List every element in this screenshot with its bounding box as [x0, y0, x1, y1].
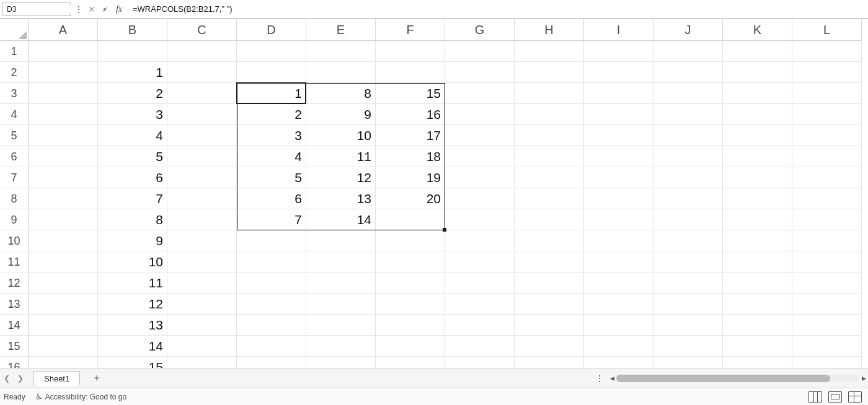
- cell-C8[interactable]: [167, 188, 237, 209]
- cell-E3[interactable]: 8: [306, 83, 376, 104]
- cell-D4[interactable]: 2: [237, 104, 306, 125]
- cell-A9[interactable]: [29, 209, 98, 230]
- row-header-14[interactable]: 14: [0, 315, 29, 336]
- cell-L8[interactable]: [792, 188, 862, 209]
- cell-I5[interactable]: [584, 125, 653, 146]
- cell-G10[interactable]: [445, 230, 515, 251]
- cell-G1[interactable]: [445, 41, 515, 62]
- cell-J14[interactable]: [653, 315, 723, 336]
- more-icon[interactable]: ⋮: [595, 373, 604, 383]
- cell-H3[interactable]: [515, 83, 584, 104]
- cell-D3[interactable]: 1: [237, 83, 306, 104]
- cell-J9[interactable]: [653, 209, 723, 230]
- cell-C12[interactable]: [167, 272, 237, 294]
- sheet-tab-sheet1[interactable]: Sheet1: [33, 371, 80, 386]
- cell-B11[interactable]: 10: [98, 251, 167, 272]
- cell-L6[interactable]: [792, 146, 862, 167]
- column-header-K[interactable]: K: [723, 19, 792, 41]
- more-icon[interactable]: ⋮: [74, 4, 83, 14]
- cell-L13[interactable]: [792, 294, 862, 315]
- cell-J10[interactable]: [653, 230, 723, 251]
- cell-I13[interactable]: [584, 294, 653, 315]
- cell-L1[interactable]: [792, 41, 862, 62]
- cell-F5[interactable]: 17: [376, 125, 445, 146]
- cell-A8[interactable]: [29, 188, 98, 209]
- column-header-L[interactable]: L: [792, 19, 862, 41]
- cell-H13[interactable]: [515, 294, 584, 315]
- normal-view-icon[interactable]: [808, 391, 822, 403]
- column-header-B[interactable]: B: [98, 19, 167, 41]
- cell-G9[interactable]: [445, 209, 515, 230]
- cell-A10[interactable]: [29, 230, 98, 251]
- cell-K11[interactable]: [723, 251, 792, 272]
- confirm-icon[interactable]: ✓: [100, 4, 110, 14]
- cell-D15[interactable]: [237, 336, 306, 357]
- cell-K5[interactable]: [723, 125, 792, 146]
- column-header-C[interactable]: C: [167, 19, 237, 41]
- cell-I2[interactable]: [584, 62, 653, 83]
- cell-G5[interactable]: [445, 125, 515, 146]
- cell-B4[interactable]: 3: [98, 104, 167, 125]
- cell-L5[interactable]: [792, 125, 862, 146]
- cell-F1[interactable]: [376, 41, 445, 62]
- cell-K2[interactable]: [723, 62, 792, 83]
- row-header-5[interactable]: 5: [0, 125, 29, 146]
- cell-E5[interactable]: 10: [306, 125, 376, 146]
- cell-H1[interactable]: [515, 41, 584, 62]
- cell-A1[interactable]: [29, 41, 98, 62]
- cell-L15[interactable]: [792, 336, 862, 357]
- cell-H9[interactable]: [515, 209, 584, 230]
- cell-G7[interactable]: [445, 167, 515, 188]
- cell-K10[interactable]: [723, 230, 792, 251]
- cell-A2[interactable]: [29, 62, 98, 83]
- cell-E12[interactable]: [306, 272, 376, 294]
- scroll-track[interactable]: [616, 375, 859, 382]
- cell-G11[interactable]: [445, 251, 515, 272]
- cell-A4[interactable]: [29, 104, 98, 125]
- cell-J11[interactable]: [653, 251, 723, 272]
- cell-J2[interactable]: [653, 62, 723, 83]
- cell-I6[interactable]: [584, 146, 653, 167]
- cell-I10[interactable]: [584, 230, 653, 251]
- cell-J5[interactable]: [653, 125, 723, 146]
- cell-F14[interactable]: [376, 315, 445, 336]
- cell-E8[interactable]: 13: [306, 188, 376, 209]
- cell-D11[interactable]: [237, 251, 306, 272]
- scroll-right-icon[interactable]: ▶: [859, 374, 868, 383]
- cell-E14[interactable]: [306, 315, 376, 336]
- cell-I3[interactable]: [584, 83, 653, 104]
- cell-J8[interactable]: [653, 188, 723, 209]
- cell-C2[interactable]: [167, 62, 237, 83]
- cell-E2[interactable]: [306, 62, 376, 83]
- page-layout-view-icon[interactable]: [828, 391, 842, 403]
- cell-D14[interactable]: [237, 315, 306, 336]
- cell-B13[interactable]: 12: [98, 294, 167, 315]
- fx-icon[interactable]: fx: [114, 4, 126, 14]
- cell-A15[interactable]: [29, 336, 98, 357]
- cell-C3[interactable]: [167, 83, 237, 104]
- select-all-corner[interactable]: [0, 19, 29, 41]
- cell-F15[interactable]: [376, 336, 445, 357]
- column-header-H[interactable]: H: [515, 19, 584, 41]
- cell-J15[interactable]: [653, 336, 723, 357]
- cell-L2[interactable]: [792, 62, 862, 83]
- cell-K15[interactable]: [723, 336, 792, 357]
- cell-D1[interactable]: [237, 41, 306, 62]
- cell-D5[interactable]: 3: [237, 125, 306, 146]
- cell-B10[interactable]: 9: [98, 230, 167, 251]
- column-header-A[interactable]: A: [29, 19, 98, 41]
- cell-D8[interactable]: 6: [237, 188, 306, 209]
- sheet-tabs-next-icon[interactable]: ❯: [14, 374, 27, 383]
- cell-A5[interactable]: [29, 125, 98, 146]
- cell-I11[interactable]: [584, 251, 653, 272]
- cell-K7[interactable]: [723, 167, 792, 188]
- cell-C10[interactable]: [167, 230, 237, 251]
- cell-F11[interactable]: [376, 251, 445, 272]
- cell-B14[interactable]: 13: [98, 315, 167, 336]
- cell-B15[interactable]: 14: [98, 336, 167, 357]
- cell-G13[interactable]: [445, 294, 515, 315]
- row-header-6[interactable]: 6: [0, 146, 29, 167]
- worksheet-grid[interactable]: ABCDEFGHIJKL1234567891011121314151612345…: [0, 19, 868, 368]
- add-sheet-button[interactable]: ＋: [89, 372, 105, 385]
- scroll-left-icon[interactable]: ◀: [608, 374, 616, 383]
